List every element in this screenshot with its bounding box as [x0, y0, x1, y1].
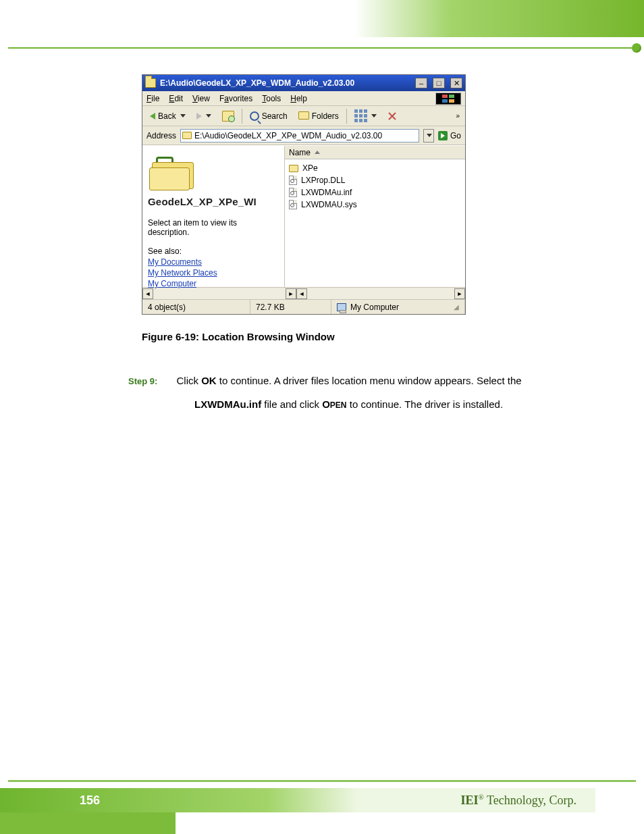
minimize-button[interactable]: –: [415, 78, 427, 88]
step-label: Step 9:: [128, 376, 157, 386]
address-input[interactable]: E:\Audio\GeodeLX_XP_XPe_WDM_Audio_v2.03.…: [180, 129, 419, 142]
step-text-line-2: LXWDMAu.inf file and click OPEN to conti…: [194, 393, 594, 417]
folder-icon: [145, 78, 156, 88]
menu-bar: File Edit View Favorites Tools Help: [142, 91, 465, 106]
delete-icon: [387, 111, 397, 121]
computer-icon: [337, 303, 346, 311]
go-arrow-icon: [438, 131, 448, 140]
list-item[interactable]: LXWDMAu.inf: [289, 186, 461, 199]
folder-icon: [182, 132, 192, 139]
list-item[interactable]: LXProp.DLL: [289, 174, 461, 186]
address-dropdown-button[interactable]: [423, 129, 434, 142]
caret-down-icon: [206, 114, 211, 118]
see-also-label: See also:: [148, 246, 279, 256]
tasks-pane: GeodeLX_XP_XPe_WI Select an item to view…: [142, 146, 284, 287]
inf-file-icon: [289, 188, 297, 197]
arrow-left-icon: [150, 113, 155, 120]
list-item[interactable]: LXWDMAU.sys: [289, 199, 461, 211]
maximize-button[interactable]: □: [433, 78, 445, 88]
menu-edit[interactable]: Edit: [169, 94, 183, 103]
svg-rect-1: [449, 95, 454, 98]
window-title: E:\Audio\GeodeLX_XP_XPe_WDM_Audio_v2.03.…: [160, 78, 410, 88]
search-button[interactable]: Search: [246, 109, 291, 123]
caret-down-icon: [180, 114, 186, 118]
menu-view[interactable]: View: [192, 94, 210, 103]
chevron-more-icon[interactable]: »: [456, 112, 461, 120]
sort-ascending-icon: [315, 151, 320, 154]
caret-down-icon: [427, 134, 432, 137]
pane-description: Select an item to view its description.: [148, 218, 279, 237]
scroll-right-button[interactable]: ►: [286, 288, 296, 299]
resize-grip-icon[interactable]: ◢: [454, 303, 459, 311]
address-label: Address: [146, 131, 176, 140]
views-icon: [354, 109, 367, 122]
status-size: 72.7 KB: [250, 300, 331, 314]
scroll-left-button[interactable]: ◄: [142, 288, 153, 299]
arrow-right-icon: [196, 113, 202, 120]
svg-rect-0: [442, 95, 448, 98]
menu-tools[interactable]: Tools: [262, 94, 281, 103]
scroll-left-button[interactable]: ◄: [296, 288, 307, 299]
windows-logo-icon: [435, 93, 461, 105]
menu-file[interactable]: File: [146, 94, 159, 103]
page-number: 156: [80, 793, 100, 808]
link-my-documents[interactable]: My Documents: [148, 257, 279, 267]
back-button[interactable]: Back: [146, 109, 189, 123]
folders-button[interactable]: Folders: [295, 109, 342, 123]
link-my-computer[interactable]: My Computer: [148, 279, 279, 288]
separator: [242, 109, 242, 124]
menu-favorites[interactable]: Favorites: [219, 94, 252, 103]
folder-icon: [289, 165, 298, 172]
scrollbar-track[interactable]: [153, 288, 286, 299]
step-instruction: Step 9: Click OK to continue. A driver f…: [128, 369, 594, 416]
forward-button[interactable]: [193, 111, 215, 122]
link-my-network-places[interactable]: My Network Places: [148, 268, 279, 278]
step-text-line-1: Click OK to continue. A driver files loc…: [177, 375, 522, 386]
separator: [346, 109, 347, 124]
status-objects: 4 object(s): [142, 300, 250, 314]
explorer-window: E:\Audio\GeodeLX_XP_XPe_WDM_Audio_v2.03.…: [142, 74, 466, 315]
page-footer: 156 IEI® Technology, Corp.: [0, 780, 644, 834]
search-icon: [250, 111, 259, 121]
sys-file-icon: [289, 200, 297, 209]
window-titlebar[interactable]: E:\Audio\GeodeLX_XP_XPe_WDM_Audio_v2.03.…: [142, 75, 465, 91]
go-button[interactable]: Go: [438, 131, 461, 140]
file-list-pane: Name XPe LXProp.DLL LXWDMAu.inf LXWDMAU.…: [284, 146, 465, 287]
up-button[interactable]: [219, 109, 238, 124]
dll-file-icon: [289, 176, 297, 185]
caret-down-icon: [371, 114, 377, 118]
horizontal-scrollbars: ◄ ► ◄ ►: [142, 287, 465, 299]
scrollbar-track[interactable]: [307, 288, 454, 299]
brand-name: IEI® Technology, Corp.: [460, 793, 576, 808]
folders-icon: [298, 111, 309, 120]
menu-help[interactable]: Help: [290, 94, 307, 103]
figure-caption: Figure 6-19: Location Browsing Window: [142, 331, 594, 342]
close-button[interactable]: ✕: [450, 78, 462, 88]
column-header-name[interactable]: Name: [285, 146, 465, 159]
big-folder-icon: [149, 155, 196, 189]
pane-title: GeodeLX_XP_XPe_WI: [148, 196, 279, 207]
list-item[interactable]: XPe: [289, 162, 461, 174]
svg-rect-2: [442, 99, 448, 103]
views-button[interactable]: [351, 107, 380, 124]
status-location: My Computer ◢: [331, 300, 465, 314]
folder-up-icon: [222, 111, 234, 122]
address-value: E:\Audio\GeodeLX_XP_XPe_WDM_Audio_v2.03.…: [194, 131, 382, 140]
delete-button[interactable]: [384, 109, 400, 123]
address-bar: Address E:\Audio\GeodeLX_XP_XPe_WDM_Audi…: [142, 126, 465, 145]
page-header-decoration: [0, 0, 644, 53]
status-bar: 4 object(s) 72.7 KB My Computer ◢: [142, 299, 465, 314]
toolbar: Back Search Folders »: [142, 106, 465, 126]
svg-rect-3: [449, 99, 454, 103]
scroll-right-button[interactable]: ►: [454, 288, 465, 299]
